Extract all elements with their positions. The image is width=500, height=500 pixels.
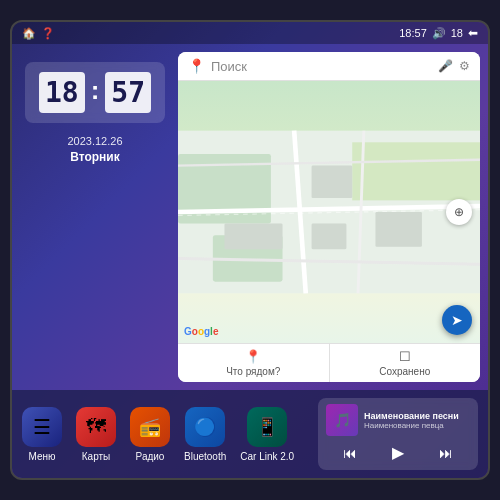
music-artist: Наименование певца — [364, 421, 470, 430]
device-frame: 🏠 ❓ 18:57 🔊 18 ⬅ 18 : 57 2023.12.26 Втор… — [10, 20, 490, 480]
menu-label: Меню — [28, 451, 55, 462]
google-logo: Google — [184, 326, 218, 337]
saved-label: Сохранено — [379, 366, 430, 377]
music-top: 🎵 Наименование песни Наименование певца — [326, 404, 470, 436]
main-content: 18 : 57 2023.12.26 Вторник 📍 Поиск 🎤 ⚙ — [12, 44, 488, 390]
saved-icon: ☐ — [399, 349, 411, 364]
svg-rect-2 — [352, 142, 480, 200]
date-info: 2023.12.26 Вторник — [67, 135, 122, 164]
status-right-icons: 18:57 🔊 18 ⬅ — [399, 26, 478, 40]
nearby-icon: 📍 — [245, 349, 261, 364]
svg-rect-10 — [312, 166, 353, 199]
app-menu[interactable]: ☰ Меню — [22, 407, 62, 462]
volume-icon: 🔊 — [432, 27, 446, 40]
clock-separator: : — [91, 75, 100, 106]
map-zoom-button[interactable]: ⊕ — [446, 199, 472, 225]
map-search-bar: 📍 Поиск 🎤 ⚙ — [178, 52, 480, 81]
map-navigate-button[interactable]: ➤ — [442, 305, 472, 335]
clock-hours: 18 — [39, 72, 85, 113]
left-panel: 18 : 57 2023.12.26 Вторник — [20, 52, 170, 382]
menu-icon-img: ☰ — [22, 407, 62, 447]
app-radio[interactable]: 📻 Радио — [130, 407, 170, 462]
radio-label: Радио — [136, 451, 165, 462]
bluetooth-icon-img: 🔵 — [185, 407, 225, 447]
svg-rect-11 — [312, 224, 347, 250]
status-bar: 🏠 ❓ 18:57 🔊 18 ⬅ — [12, 22, 488, 44]
app-icons: ☰ Меню 🗺 Карты 📻 Радио 🔵 Bluetooth 📱 Car… — [22, 407, 318, 462]
search-input[interactable]: Поиск — [211, 59, 432, 74]
time-display: 18:57 — [399, 27, 427, 39]
settings-icon[interactable]: ⚙ — [459, 59, 470, 73]
music-controls: ⏮ ▶ ⏭ — [326, 441, 470, 464]
mic-icon[interactable]: 🎤 — [438, 59, 453, 73]
map-roads-svg — [178, 81, 480, 343]
status-left-icons: 🏠 ❓ — [22, 27, 55, 40]
prev-button[interactable]: ⏮ — [338, 443, 362, 463]
clock-minutes: 57 — [105, 72, 151, 113]
svg-rect-12 — [375, 212, 421, 247]
saved-tab[interactable]: ☐ Сохранено — [330, 344, 481, 382]
app-bluetooth[interactable]: 🔵 Bluetooth — [184, 407, 226, 462]
day-display: Вторник — [67, 150, 122, 164]
nav-icon[interactable]: ❓ — [41, 27, 55, 40]
back-icon[interactable]: ⬅ — [468, 26, 478, 40]
map-area[interactable]: ⊕ ➤ Google — [178, 81, 480, 343]
music-info: Наименование песни Наименование певца — [364, 411, 470, 430]
map-tabs: 📍 Что рядом? ☐ Сохранено — [178, 343, 480, 382]
music-title: Наименование песни — [364, 411, 470, 421]
carlink-label: Car Link 2.0 — [240, 451, 294, 462]
music-widget: 🎵 Наименование песни Наименование певца … — [318, 398, 478, 470]
nearby-label: Что рядом? — [226, 366, 280, 377]
clock-widget: 18 : 57 — [25, 62, 165, 123]
bottom-bar: ☰ Меню 🗺 Карты 📻 Радио 🔵 Bluetooth 📱 Car… — [12, 390, 488, 478]
app-carlink[interactable]: 📱 Car Link 2.0 — [240, 407, 294, 462]
maps-icon-img: 🗺 — [76, 407, 116, 447]
app-maps[interactable]: 🗺 Карты — [76, 407, 116, 462]
radio-icon-img: 📻 — [130, 407, 170, 447]
home-icon[interactable]: 🏠 — [22, 27, 36, 40]
play-button[interactable]: ▶ — [387, 441, 409, 464]
svg-rect-13 — [224, 224, 282, 250]
maps-label: Карты — [82, 451, 111, 462]
nearby-tab[interactable]: 📍 Что рядом? — [178, 344, 330, 382]
bluetooth-label: Bluetooth — [184, 451, 226, 462]
carlink-icon-img: 📱 — [247, 407, 287, 447]
map-pin-icon: 📍 — [188, 58, 205, 74]
map-panel: 📍 Поиск 🎤 ⚙ — [178, 52, 480, 382]
battery-level: 18 — [451, 27, 463, 39]
music-avatar: 🎵 — [326, 404, 358, 436]
date-display: 2023.12.26 — [67, 135, 122, 147]
next-button[interactable]: ⏭ — [434, 443, 458, 463]
